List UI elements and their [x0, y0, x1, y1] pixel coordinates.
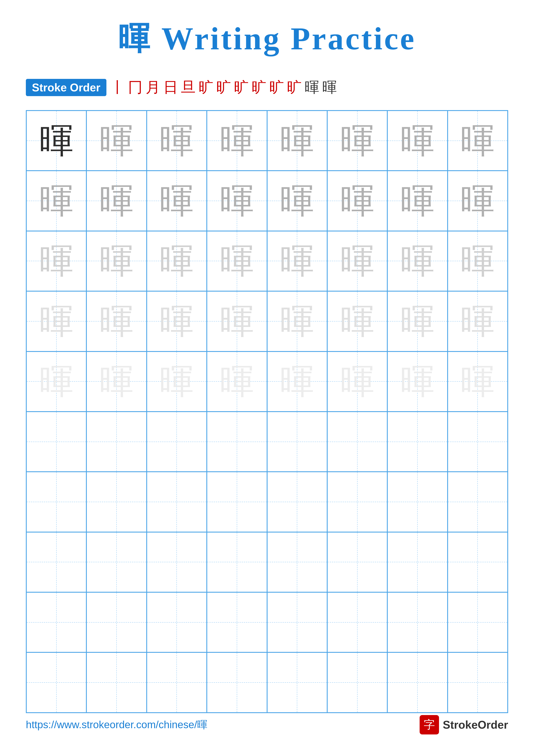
grid-char: 暉	[280, 304, 314, 338]
grid-char: 暉	[400, 304, 435, 338]
grid-cell[interactable]: 暉	[207, 171, 267, 231]
grid-cell[interactable]: 暉	[327, 351, 387, 412]
grid-cell[interactable]: 暉	[207, 351, 267, 412]
grid-char: 暉	[159, 304, 194, 338]
grid-cell[interactable]	[267, 592, 327, 652]
grid-cell[interactable]: 暉	[387, 171, 447, 231]
page: 暉 Writing Practice Stroke Order 丨冂月日旦旷旷旷…	[0, 0, 534, 756]
grid-cell[interactable]: 暉	[447, 111, 508, 171]
grid-cell[interactable]: 暉	[87, 231, 146, 291]
grid-cell[interactable]	[327, 532, 387, 592]
grid-cell[interactable]	[26, 532, 87, 592]
grid-cell[interactable]: 暉	[447, 171, 508, 231]
grid-cell[interactable]	[327, 412, 387, 472]
grid-cell[interactable]: 暉	[26, 171, 87, 231]
grid-cell[interactable]	[207, 532, 267, 592]
grid-cell[interactable]: 暉	[87, 351, 146, 412]
grid-cell[interactable]: 暉	[327, 111, 387, 171]
grid-cell[interactable]	[87, 472, 146, 532]
grid-cell[interactable]	[207, 472, 267, 532]
grid-cell[interactable]: 暉	[387, 351, 447, 412]
grid-cell[interactable]	[147, 412, 207, 472]
stroke-step-2: 月	[146, 78, 160, 97]
grid-cell[interactable]	[267, 652, 327, 713]
grid-char: 暉	[159, 184, 194, 218]
grid-cell[interactable]: 暉	[327, 231, 387, 291]
grid-cell[interactable]	[387, 532, 447, 592]
grid-cell[interactable]	[327, 592, 387, 652]
grid-cell[interactable]	[87, 592, 146, 652]
grid-cell[interactable]: 暉	[147, 231, 207, 291]
grid-cell[interactable]: 暉	[387, 291, 447, 351]
footer: https://www.strokeorder.com/chinese/暉 字 …	[0, 715, 534, 735]
grid-cell[interactable]	[147, 592, 207, 652]
grid-cell[interactable]: 暉	[87, 111, 146, 171]
grid-cell[interactable]	[147, 472, 207, 532]
grid-cell[interactable]	[267, 532, 327, 592]
grid-cell[interactable]	[26, 592, 87, 652]
grid-cell[interactable]: 暉	[387, 231, 447, 291]
grid-cell[interactable]	[26, 412, 87, 472]
stroke-step-12: 暉	[322, 78, 337, 97]
grid-char: 暉	[400, 364, 435, 399]
grid-cell[interactable]	[387, 592, 447, 652]
grid-cell[interactable]	[207, 412, 267, 472]
grid-cell[interactable]: 暉	[147, 291, 207, 351]
grid-cell[interactable]: 暉	[267, 231, 327, 291]
grid-char: 暉	[159, 244, 194, 278]
grid-cell[interactable]: 暉	[387, 111, 447, 171]
grid-cell[interactable]: 暉	[267, 291, 327, 351]
grid-cell[interactable]: 暉	[207, 291, 267, 351]
grid-cell[interactable]	[387, 652, 447, 713]
grid-cell[interactable]	[26, 652, 87, 713]
footer-url[interactable]: https://www.strokeorder.com/chinese/暉	[26, 718, 207, 732]
grid-cell[interactable]	[87, 652, 146, 713]
grid-cell[interactable]	[267, 412, 327, 472]
grid-cell[interactable]: 暉	[327, 171, 387, 231]
grid-cell[interactable]	[327, 472, 387, 532]
grid-char: 暉	[220, 364, 254, 399]
grid-cell[interactable]	[447, 412, 508, 472]
grid-cell[interactable]: 暉	[87, 291, 146, 351]
grid-cell[interactable]	[387, 412, 447, 472]
grid-cell[interactable]: 暉	[147, 171, 207, 231]
stroke-step-5: 旷	[199, 78, 213, 97]
grid-cell[interactable]: 暉	[267, 171, 327, 231]
grid-cell[interactable]: 暉	[26, 231, 87, 291]
grid-char: 暉	[340, 244, 375, 278]
grid-cell[interactable]	[267, 472, 327, 532]
grid-cell[interactable]	[207, 592, 267, 652]
grid-cell[interactable]	[87, 412, 146, 472]
grid-cell[interactable]	[26, 472, 87, 532]
grid-cell[interactable]: 暉	[207, 111, 267, 171]
grid-cell[interactable]: 暉	[26, 291, 87, 351]
grid-cell[interactable]: 暉	[327, 291, 387, 351]
grid-cell[interactable]	[327, 652, 387, 713]
grid-cell[interactable]: 暉	[267, 351, 327, 412]
grid-cell[interactable]	[447, 532, 508, 592]
title-char: 暉	[118, 21, 152, 56]
grid-cell[interactable]	[387, 472, 447, 532]
grid-cell[interactable]: 暉	[26, 351, 87, 412]
grid-cell[interactable]	[147, 652, 207, 713]
grid-char: 暉	[280, 184, 314, 218]
stroke-sequence: 丨冂月日旦旷旷旷旷旷旷暉暉	[110, 78, 337, 97]
grid-cell[interactable]	[87, 532, 146, 592]
grid-cell[interactable]: 暉	[147, 351, 207, 412]
stroke-step-6: 旷	[216, 78, 231, 97]
grid-char: 暉	[340, 184, 375, 218]
grid-char: 暉	[99, 184, 134, 218]
grid-cell[interactable]: 暉	[207, 231, 267, 291]
grid-cell[interactable]: 暉	[267, 111, 327, 171]
grid-cell[interactable]: 暉	[447, 291, 508, 351]
grid-cell[interactable]: 暉	[87, 171, 146, 231]
grid-cell[interactable]	[447, 592, 508, 652]
grid-cell[interactable]	[447, 652, 508, 713]
grid-cell[interactable]: 暉	[26, 111, 87, 171]
grid-cell[interactable]: 暉	[447, 351, 508, 412]
grid-cell[interactable]	[207, 652, 267, 713]
grid-cell[interactable]: 暉	[447, 231, 508, 291]
grid-cell[interactable]	[147, 532, 207, 592]
grid-cell[interactable]: 暉	[147, 111, 207, 171]
grid-cell[interactable]	[447, 472, 508, 532]
